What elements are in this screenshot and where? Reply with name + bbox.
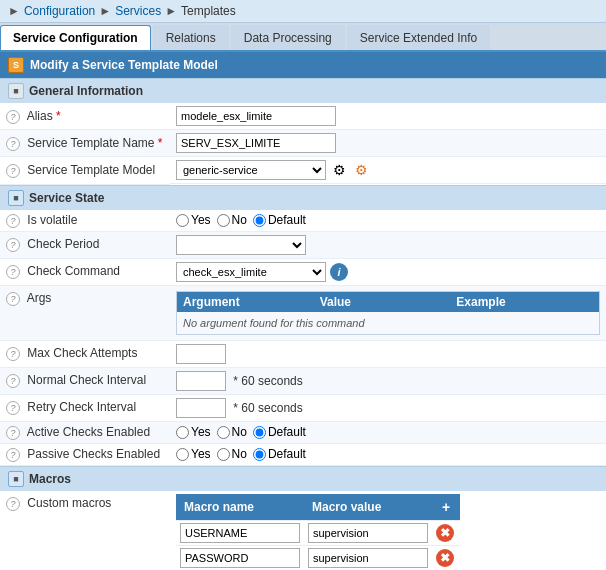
- normal-interval-label: Normal Check Interval: [27, 373, 146, 387]
- args-label: Args: [27, 291, 52, 305]
- general-info-icon: ■: [8, 83, 24, 99]
- macro-value-input-2[interactable]: [308, 548, 428, 568]
- macro-value-input-1[interactable]: [308, 523, 428, 543]
- subsection-service-state: ■ Service State: [0, 185, 606, 210]
- passive-checks-no[interactable]: No: [217, 447, 247, 461]
- args-row: ? Args Argument Value Example No argumen…: [0, 286, 606, 341]
- template-name-row: ? Service Template Name *: [0, 130, 606, 157]
- passive-checks-row: ? Passive Checks Enabled Yes No Default: [0, 443, 606, 465]
- max-check-input[interactable]: [176, 344, 226, 364]
- args-col-example: Example: [456, 295, 593, 309]
- template-name-help-icon[interactable]: ?: [6, 137, 20, 151]
- normal-interval-row: ? Normal Check Interval * 60 seconds: [0, 367, 606, 394]
- subsection-macros: ■ Macros: [0, 466, 606, 491]
- active-checks-default[interactable]: Default: [253, 425, 306, 439]
- template-name-input[interactable]: [176, 133, 336, 153]
- macro-header-row: Macro name Macro value +: [176, 494, 460, 521]
- delete-macro-button-2[interactable]: ✖: [436, 549, 454, 567]
- template-model-label: Service Template Model: [27, 163, 155, 177]
- check-command-info-icon[interactable]: i: [330, 263, 348, 281]
- alias-input[interactable]: [176, 106, 336, 126]
- is-volatile-yes[interactable]: Yes: [176, 213, 211, 227]
- breadcrumb-templates: Templates: [181, 4, 236, 18]
- active-checks-no[interactable]: No: [217, 425, 247, 439]
- template-model-row: ? Service Template Model generic-service…: [0, 157, 606, 185]
- args-help-icon[interactable]: ?: [6, 292, 20, 306]
- breadcrumb-configuration[interactable]: Configuration: [24, 4, 95, 18]
- macro-value-header: Macro value: [304, 494, 432, 521]
- tab-bar: Service Configuration Relations Data Pro…: [0, 23, 606, 52]
- template-name-asterisk: *: [158, 136, 163, 150]
- service-state-icon: ■: [8, 190, 24, 206]
- tab-service-extended-info[interactable]: Service Extended Info: [347, 25, 490, 50]
- gear-icon-2[interactable]: ⚙: [352, 161, 370, 179]
- retry-interval-input[interactable]: [176, 398, 226, 418]
- template-model-help-icon[interactable]: ?: [6, 164, 20, 178]
- passive-checks-label: Passive Checks Enabled: [27, 447, 160, 461]
- is-volatile-radio-group: Yes No Default: [176, 213, 600, 227]
- section-header: S Modify a Service Template Model: [0, 52, 606, 78]
- macros-label: Macros: [29, 472, 71, 486]
- check-period-select[interactable]: [176, 235, 306, 255]
- args-empty-message: No argument found for this command: [177, 312, 599, 334]
- normal-interval-input[interactable]: [176, 371, 226, 391]
- tab-data-processing[interactable]: Data Processing: [231, 25, 345, 50]
- section-title: Modify a Service Template Model: [30, 58, 218, 72]
- check-command-row: ? Check Command check_esx_limite i: [0, 258, 606, 286]
- service-state-table: ? Is volatile Yes No Default ? Check Per…: [0, 210, 606, 466]
- normal-interval-suffix: * 60 seconds: [233, 374, 302, 388]
- is-volatile-default[interactable]: Default: [253, 213, 306, 227]
- active-checks-label: Active Checks Enabled: [27, 425, 150, 439]
- main-content: S Modify a Service Template Model ■ Gene…: [0, 52, 606, 570]
- active-checks-help-icon[interactable]: ?: [6, 426, 20, 440]
- section-header-icon: S: [8, 57, 24, 73]
- macro-row-2: ✖: [176, 545, 460, 570]
- retry-interval-row: ? Retry Check Interval * 60 seconds: [0, 394, 606, 421]
- passive-checks-default[interactable]: Default: [253, 447, 306, 461]
- normal-interval-help-icon[interactable]: ?: [6, 374, 20, 388]
- active-checks-row: ? Active Checks Enabled Yes No Default: [0, 421, 606, 443]
- check-command-label: Check Command: [27, 264, 120, 278]
- passive-checks-help-icon[interactable]: ?: [6, 448, 20, 462]
- breadcrumb: ► Configuration ► Services ► Templates: [0, 0, 606, 23]
- retry-interval-label: Retry Check Interval: [27, 400, 136, 414]
- max-check-label: Max Check Attempts: [27, 346, 137, 360]
- macro-row-1: ✖: [176, 520, 460, 545]
- tab-relations[interactable]: Relations: [153, 25, 229, 50]
- template-name-label: Service Template Name: [27, 136, 154, 150]
- check-period-row: ? Check Period: [0, 231, 606, 258]
- tab-service-configuration[interactable]: Service Configuration: [0, 25, 151, 50]
- template-model-select[interactable]: generic-service: [176, 160, 326, 180]
- retry-interval-help-icon[interactable]: ?: [6, 401, 20, 415]
- passive-checks-yes[interactable]: Yes: [176, 447, 211, 461]
- general-info-label: General Information: [29, 84, 143, 98]
- args-col-value: Value: [320, 295, 457, 309]
- max-check-help-icon[interactable]: ?: [6, 347, 20, 361]
- general-info-table: ? Alias * ? Service Template Name * ? Se…: [0, 103, 606, 185]
- check-command-select[interactable]: check_esx_limite: [176, 262, 326, 282]
- custom-macros-help-icon[interactable]: ?: [6, 497, 20, 511]
- add-macro-button[interactable]: +: [436, 497, 456, 517]
- args-table-header: Argument Value Example: [177, 292, 599, 312]
- active-checks-yes[interactable]: Yes: [176, 425, 211, 439]
- alias-help-icon[interactable]: ?: [6, 110, 20, 124]
- alias-asterisk: *: [56, 109, 61, 123]
- is-volatile-no[interactable]: No: [217, 213, 247, 227]
- alias-row: ? Alias *: [0, 103, 606, 130]
- macro-name-input-2[interactable]: [180, 548, 300, 568]
- args-col-argument: Argument: [183, 295, 320, 309]
- args-table-wrap: Argument Value Example No argument found…: [176, 291, 600, 335]
- macros-table: ? Custom macros Macro name Macro value +: [0, 491, 606, 571]
- alias-label: Alias: [27, 109, 53, 123]
- custom-macros-row: ? Custom macros Macro name Macro value +: [0, 491, 606, 571]
- delete-macro-button-1[interactable]: ✖: [436, 524, 454, 542]
- check-period-help-icon[interactable]: ?: [6, 238, 20, 252]
- macro-name-input-1[interactable]: [180, 523, 300, 543]
- gear-icon-1[interactable]: ⚙: [330, 161, 348, 179]
- is-volatile-row: ? Is volatile Yes No Default: [0, 210, 606, 232]
- active-checks-radio-group: Yes No Default: [176, 425, 600, 439]
- is-volatile-help-icon[interactable]: ?: [6, 214, 20, 228]
- custom-macros-label: Custom macros: [27, 496, 111, 510]
- check-command-help-icon[interactable]: ?: [6, 265, 20, 279]
- breadcrumb-services[interactable]: Services: [115, 4, 161, 18]
